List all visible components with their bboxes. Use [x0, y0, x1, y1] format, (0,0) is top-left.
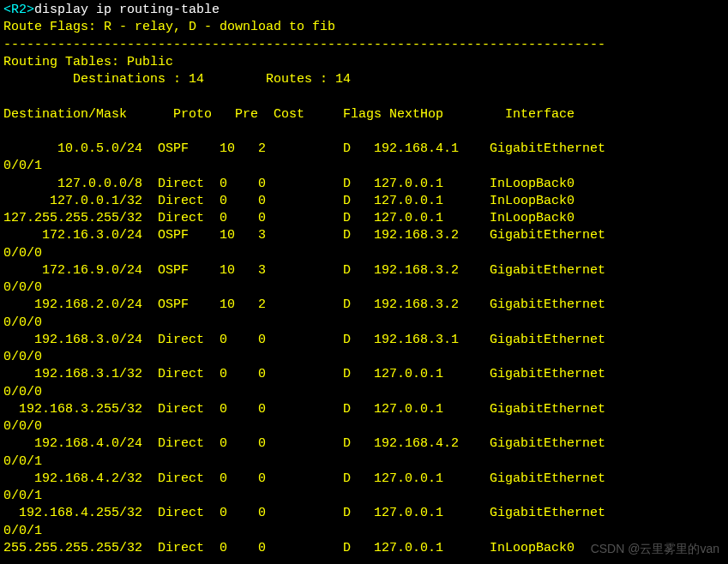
dest-value: 14: [189, 72, 204, 87]
table-row: 255.255.255.255/32 Direct 0 0 D 127.0.0.…: [3, 540, 725, 557]
table-title: Routing Tables: Public: [3, 54, 725, 71]
routing-table: Destination/Mask Proto Pre Cost Flags Ne…: [3, 106, 725, 558]
table-row-cont: 0/0/1: [3, 158, 725, 175]
table-row-cont: 0/0/0: [3, 315, 725, 332]
table-row: 127.0.0.0/8 Direct 0 0 D 127.0.0.1 InLoo…: [3, 176, 725, 193]
table-row: 192.168.2.0/24 OSPF 10 2 D 192.168.3.2 G…: [3, 297, 725, 314]
routes-label: Routes :: [266, 72, 335, 87]
table-row-cont: 0/0/0: [3, 349, 725, 366]
table-row-cont: 0/0/1: [3, 488, 725, 505]
table-row: 127.0.0.1/32 Direct 0 0 D 127.0.0.1 InLo…: [3, 193, 725, 210]
table-row-cont: 0/0/0: [3, 384, 725, 401]
table-row-cont: 0/0/1: [3, 523, 725, 540]
table-row: 192.168.3.1/32 Direct 0 0 D 127.0.0.1 Gi…: [3, 366, 725, 383]
table-row-cont: 0/0/0: [3, 245, 725, 262]
table-row: 192.168.4.255/32 Direct 0 0 D 127.0.0.1 …: [3, 505, 725, 522]
table-row: 192.168.4.0/24 Direct 0 0 D 192.168.4.2 …: [3, 435, 725, 453]
prompt-host: <R2>: [3, 3, 34, 17]
table-row: 172.16.3.0/24 OSPF 10 3 D 192.168.3.2 Gi…: [3, 227, 725, 244]
routes-value: 14: [335, 72, 351, 87]
table-row: 10.0.5.0/24 OSPF 10 2 D 192.168.4.1 Giga…: [3, 141, 725, 158]
table-row-cont: 0/0/1: [3, 453, 725, 471]
summary-line: Destinations : 14 Routes : 14: [3, 71, 725, 88]
table-row-cont: 0/0/0: [3, 418, 725, 435]
table-row: 192.168.3.255/32 Direct 0 0 D 127.0.0.1 …: [3, 401, 725, 418]
prompt-line: <R2>display ip routing-table: [3, 2, 725, 19]
dest-label: Destinations :: [73, 72, 189, 87]
prompt-command: display ip routing-table: [34, 3, 220, 17]
table-row: 127.255.255.255/32 Direct 0 0 D 127.0.0.…: [3, 210, 725, 227]
flags-legend: Route Flags: R - relay, D - download to …: [3, 19, 725, 36]
table-row: 172.16.9.0/24 OSPF 10 3 D 192.168.3.2 Gi…: [3, 262, 725, 279]
table-row: 192.168.3.0/24 Direct 0 0 D 192.168.3.1 …: [3, 332, 725, 349]
table-row-cont: 0/0/0: [3, 279, 725, 297]
table-row: 192.168.4.2/32 Direct 0 0 D 127.0.0.1 Gi…: [3, 471, 725, 488]
table-header: Destination/Mask Proto Pre Cost Flags Ne…: [3, 106, 725, 123]
divider: ----------------------------------------…: [3, 37, 725, 54]
